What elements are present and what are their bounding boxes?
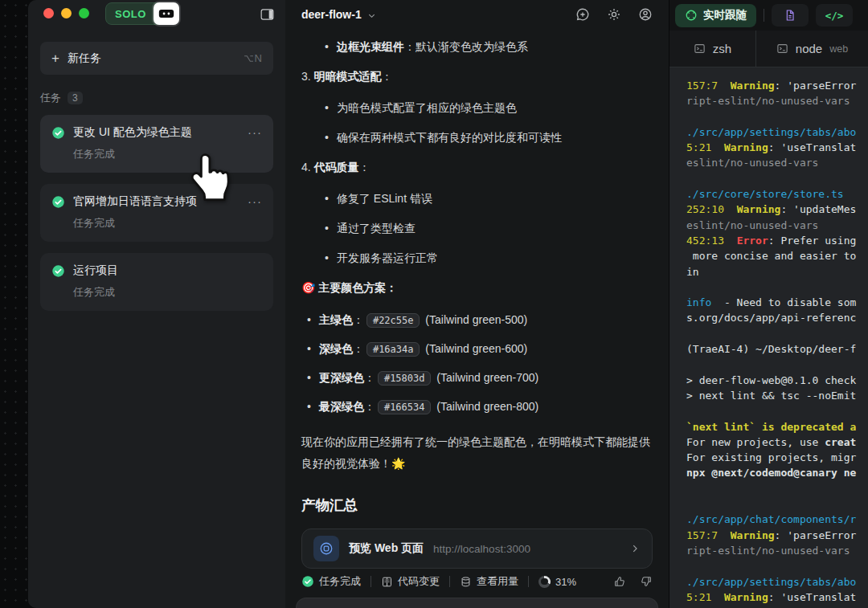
- bullet-dot: •: [307, 341, 311, 357]
- terminal-line: [686, 326, 868, 341]
- task-card[interactable]: 运行项目任务完成: [40, 253, 273, 311]
- gear-icon[interactable]: [607, 7, 621, 22]
- live-follow-button[interactable]: 实时跟随: [675, 4, 756, 27]
- terminal-line: ript-eslint/no-unused-vars: [686, 543, 868, 558]
- sidebar: SOLO + 新任务 N 任务 3 更改 UI 配色为绿色主题···任务完成官网…: [28, 0, 285, 608]
- solo-label: SOLO: [115, 8, 146, 20]
- new-chat-icon[interactable]: [575, 7, 590, 22]
- terminal-line: For new projects, use creat: [686, 435, 868, 450]
- terminal-panel-header: 实时跟随 </>: [669, 0, 868, 31]
- bullet-dot: •: [307, 398, 311, 415]
- terminal-line: ./src/app/settings/tabs/abo: [686, 574, 868, 590]
- terminal-line: (TraeAI-4) ~/Desktop/deer-f: [686, 341, 868, 357]
- bullet-dot: •: [325, 250, 329, 266]
- task-section-header: 任务 3: [40, 91, 273, 105]
- terminal-line: eslint/no-unused-vars: [686, 155, 868, 170]
- tab-zsh[interactable]: zsh: [669, 31, 756, 67]
- code-changes-button[interactable]: 代码变更: [381, 574, 440, 589]
- bullet-dot: •: [325, 190, 329, 206]
- terminal-line: 5:21 Warning: 'useTranslat: [686, 590, 868, 605]
- code-view-button[interactable]: </>: [816, 4, 853, 27]
- color-code-chip: #16a34a: [366, 342, 420, 357]
- color-code-chip: #22c55e: [366, 313, 420, 328]
- terminal-line: [686, 280, 868, 295]
- task-menu-button[interactable]: ···: [248, 198, 262, 205]
- task-card[interactable]: 官网增加日语语言支持项···任务完成: [40, 184, 273, 242]
- bullet-item: •最深绿色：#166534 (Tailwind green-800): [307, 398, 653, 415]
- tab-node-web[interactable]: node web: [756, 31, 868, 67]
- diff-icon: [381, 576, 393, 588]
- terminal-line: [686, 357, 868, 372]
- collapse-sidebar-icon[interactable]: [260, 8, 274, 21]
- chevron-down-icon[interactable]: [367, 11, 376, 20]
- bullet-item: •更深绿色：#15803d (Tailwind green-700): [307, 369, 653, 386]
- progress-ring-icon: [538, 576, 551, 588]
- message-input[interactable]: [296, 598, 658, 608]
- terminal-tabs: zsh node web: [669, 31, 868, 67]
- option-key-icon: [244, 55, 254, 63]
- account-icon[interactable]: [638, 7, 653, 22]
- paragraph: 现在你的应用已经拥有了统一的绿色主题配色，在明暗模式下都能提供良好的视觉体验！🌟: [301, 431, 653, 475]
- terminal-line: 157:7 Warning: 'parseError: [686, 78, 868, 93]
- terminal-line: eslint/no-unused-vars: [686, 218, 868, 233]
- minimize-window-button[interactable]: [61, 8, 72, 18]
- preview-card-title: 预览 Web 页面: [349, 541, 424, 556]
- preview-url: http://localhost:3000: [433, 543, 530, 555]
- bullet-dot: •: [325, 39, 329, 55]
- terminal-line: [686, 496, 868, 512]
- terminal-line: ./src/core/store/store.ts: [686, 186, 868, 202]
- terminal-line: `next lint` is deprecated a: [686, 419, 868, 435]
- solo-toggle-knob[interactable]: [154, 2, 179, 25]
- zoom-window-button[interactable]: [79, 8, 89, 18]
- thumbs-up-icon[interactable]: [613, 575, 626, 588]
- task-menu-button[interactable]: ···: [248, 129, 262, 136]
- project-title[interactable]: deer-flow-1: [301, 8, 362, 21]
- task-status: 任务完成: [73, 216, 262, 231]
- bullet-item: •深绿色：#16a34a (Tailwind green-600): [307, 341, 653, 357]
- close-window-button[interactable]: [43, 8, 54, 18]
- bullet-dot: •: [307, 369, 311, 386]
- bullet-item: •修复了 ESLint 错误: [325, 190, 653, 206]
- chat-blocks: •边框光束组件：默认渐变色改为绿色系3. 明暗模式适配：•为暗色模式配置了相应的…: [301, 39, 653, 475]
- terminal-line: in: [686, 264, 868, 280]
- code-icon: </>: [825, 10, 844, 22]
- thumbs-down-icon[interactable]: [640, 575, 653, 588]
- terminal-line: [686, 481, 868, 496]
- terminal-line: s.org/docs/app/api-referenc: [686, 310, 868, 325]
- document-icon: [784, 9, 796, 22]
- usage-button[interactable]: 查看用量: [460, 574, 518, 589]
- terminal-line: [686, 171, 868, 186]
- numbered-item: 4. 代码质量：: [301, 159, 653, 175]
- tab-badge: web: [829, 43, 848, 55]
- mouse-cursor-pointer: [190, 153, 231, 202]
- terminal-line: ./src/app/chat/components/r: [686, 512, 868, 527]
- document-view-button[interactable]: [772, 4, 809, 27]
- terminal-line: 157:7 Warning: 'parseError: [686, 528, 868, 543]
- bullet-item: •确保在两种模式下都有良好的对比度和可读性: [325, 129, 653, 145]
- color-code-chip: #15803d: [378, 371, 432, 386]
- plus-icon: +: [51, 51, 59, 65]
- task-list: 更改 UI 配色为绿色主题···任务完成官网增加日语语言支持项···任务完成运行…: [40, 115, 273, 311]
- terminal-icon: [694, 43, 706, 55]
- bullet-item: •主绿色：#22c55e (Tailwind green-500): [307, 312, 653, 328]
- chat-message-body: •边框光束组件：默认渐变色改为绿色系3. 明暗模式适配：•为暗色模式配置了相应的…: [285, 29, 669, 569]
- chevron-right-icon[interactable]: [629, 543, 641, 554]
- color-code-chip: #166534: [378, 400, 432, 414]
- solo-mode-toggle[interactable]: SOLO: [105, 2, 179, 25]
- new-task-button[interactable]: + 新任务 N: [40, 42, 273, 75]
- task-title: 运行项目: [73, 263, 262, 278]
- bullet-dot: •: [325, 129, 329, 145]
- terminal-output[interactable]: 157:7 Warning: 'parseErrorript-eslint/no…: [669, 67, 868, 608]
- bullet-item: •边框光束组件：默认渐变色改为绿色系: [325, 39, 653, 55]
- window-titlebar: SOLO: [28, 0, 285, 31]
- web-preview-card[interactable]: 预览 Web 页面 http://localhost:3000: [301, 528, 653, 569]
- terminal-line: ./src/app/settings/tabs/abo: [686, 124, 868, 140]
- database-icon: [460, 576, 472, 588]
- terminal-line: 5:21 Warning: 'useTranslat: [686, 140, 868, 155]
- bullet-item: •通过了类型检查: [325, 220, 653, 236]
- bullet-item: •开发服务器运行正常: [325, 250, 653, 266]
- live-follow-icon: [685, 9, 698, 22]
- task-card[interactable]: 更改 UI 配色为绿色主题···任务完成: [40, 115, 273, 173]
- terminal-line: 452:13 Error: Prefer using: [686, 233, 868, 248]
- task-complete-icon: [51, 126, 65, 140]
